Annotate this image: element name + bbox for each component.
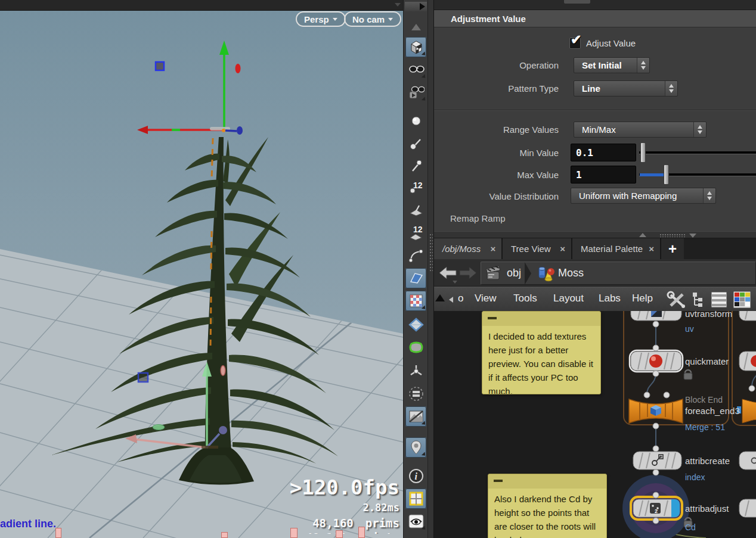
menu-item-layout[interactable]: Layout bbox=[553, 293, 584, 304]
value-distribution-dropdown[interactable]: Uniform with Remapping bbox=[571, 188, 716, 204]
expand-up-icon[interactable] bbox=[639, 233, 646, 237]
forward-arrow-icon[interactable] bbox=[460, 267, 476, 279]
node-name-label[interactable]: attribadjust bbox=[685, 503, 729, 514]
spinner-icon[interactable] bbox=[703, 188, 715, 203]
back-arrow-icon[interactable] bbox=[439, 267, 456, 279]
prim-unit: prims bbox=[365, 516, 399, 530]
spinner-icon[interactable] bbox=[693, 122, 706, 137]
menu-item-truncated[interactable]: o bbox=[458, 293, 463, 304]
node-uvtransform[interactable] bbox=[631, 311, 681, 321]
network-editor[interactable]: 2 bbox=[434, 311, 756, 538]
camera-menu-button[interactable]: No cam bbox=[344, 11, 401, 27]
view-menu-label: Persp bbox=[304, 14, 329, 24]
horizontal-splitter[interactable] bbox=[434, 231, 756, 238]
particle-display-button[interactable] bbox=[405, 361, 426, 381]
point-icon bbox=[409, 114, 423, 128]
fog-display-button[interactable] bbox=[405, 384, 426, 404]
tab-material-palette[interactable]: Material Palette × bbox=[572, 238, 661, 259]
flipbook-tool-button[interactable] bbox=[405, 82, 426, 102]
list-view-icon[interactable] bbox=[709, 291, 729, 309]
sticky-note[interactable]: I decided to add textures here just for … bbox=[482, 311, 601, 394]
max-value-slider-handle[interactable] bbox=[664, 164, 669, 185]
tree-outline-icon[interactable] bbox=[690, 291, 707, 309]
node-attribcreate[interactable] bbox=[633, 452, 681, 469]
min-value-slider-handle[interactable] bbox=[640, 142, 646, 163]
snapping-options-button[interactable] bbox=[405, 437, 426, 458]
node-attribadjust-selected[interactable]: 2 bbox=[622, 475, 689, 538]
shaded-mode-button[interactable] bbox=[405, 268, 426, 288]
tab-label: /obj/Moss bbox=[442, 244, 481, 254]
prim-numbers-button[interactable]: 12 bbox=[405, 223, 426, 243]
info-button[interactable]: i bbox=[405, 466, 426, 486]
operation-dropdown[interactable]: Set Initial bbox=[574, 57, 650, 73]
dashed-circle-icon bbox=[408, 385, 425, 402]
curve-hull-icon bbox=[408, 247, 425, 264]
sticky-note[interactable]: Also I darkend the Cd by height so the p… bbox=[488, 474, 607, 538]
visibility-button[interactable] bbox=[405, 511, 426, 531]
breadcrumb[interactable]: obj Moss bbox=[481, 262, 756, 285]
hull-display-button[interactable] bbox=[405, 245, 426, 266]
history-dropdown-icon[interactable] bbox=[453, 281, 457, 284]
strip-collapse-icon[interactable] bbox=[395, 3, 401, 7]
ghost-geometry-button[interactable] bbox=[405, 337, 426, 357]
scroll-up-button[interactable] bbox=[405, 17, 426, 37]
point-display-button[interactable] bbox=[405, 111, 426, 131]
tools-wrench-icon[interactable] bbox=[667, 291, 687, 309]
pattern-type-dropdown[interactable]: Line bbox=[574, 80, 678, 97]
svg-text:12: 12 bbox=[413, 225, 423, 234]
view-menu-button[interactable]: Persp bbox=[296, 11, 346, 27]
tab-obj-moss[interactable]: /obj/Moss × bbox=[434, 238, 503, 259]
breadcrumb-node[interactable]: Moss bbox=[558, 267, 584, 279]
menu-overflow-icon[interactable] bbox=[449, 297, 453, 303]
section-header[interactable]: Adjustment Value bbox=[434, 10, 756, 27]
xray-display-button[interactable] bbox=[405, 315, 426, 335]
propeller-icon bbox=[408, 363, 425, 380]
node-name-label[interactable]: quickmater bbox=[685, 356, 729, 366]
toolbar-expand-button[interactable] bbox=[405, 2, 427, 11]
close-icon[interactable]: × bbox=[560, 244, 565, 254]
prim-normals-button[interactable] bbox=[405, 200, 426, 220]
node-name-label[interactable]: foreach_end3 bbox=[685, 406, 740, 416]
minimize-icon[interactable] bbox=[488, 317, 497, 319]
node-name-label[interactable]: uvtransform bbox=[685, 311, 732, 319]
breadcrumb-context[interactable]: obj bbox=[507, 267, 521, 279]
spinner-icon[interactable] bbox=[637, 58, 649, 73]
pane-maximize-icon[interactable] bbox=[435, 294, 445, 301]
point-normals-button[interactable] bbox=[405, 133, 426, 154]
min-value-slider-track[interactable] bbox=[639, 151, 756, 154]
adjust-value-checkbox[interactable]: ✔ bbox=[569, 38, 581, 49]
uv-texture-button[interactable] bbox=[405, 291, 426, 311]
point-numbers-button[interactable]: 12 bbox=[405, 178, 426, 198]
node-name-label[interactable]: attribcreate bbox=[685, 456, 730, 466]
sticky-note-header bbox=[488, 474, 606, 489]
select-mode-button[interactable] bbox=[405, 37, 426, 57]
grid-display-button[interactable] bbox=[405, 489, 426, 509]
point-trails-button[interactable] bbox=[405, 156, 426, 176]
menu-item-labs[interactable]: Labs bbox=[599, 293, 621, 304]
close-icon[interactable]: × bbox=[490, 244, 495, 254]
geometry-node-icon bbox=[536, 264, 555, 283]
menu-item-tools[interactable]: Tools bbox=[513, 293, 537, 304]
expand-down-icon[interactable] bbox=[689, 234, 696, 238]
close-icon[interactable]: × bbox=[649, 244, 654, 254]
color-palette-icon[interactable] bbox=[732, 291, 751, 309]
performance-hud: >120.0fps 2.82ms 48,160 prims 48,160 poi… bbox=[290, 476, 399, 534]
node-flag-label: Block End bbox=[685, 395, 723, 405]
menu-item-view[interactable]: View bbox=[475, 293, 497, 304]
max-value-input[interactable] bbox=[571, 166, 636, 184]
menu-item-help[interactable]: Help bbox=[632, 293, 653, 304]
background-image-button[interactable] bbox=[405, 406, 426, 427]
scene-viewport[interactable]: Persp No cam >120.0fps 2.82ms 48,160 pri… bbox=[0, 0, 403, 538]
min-value-input[interactable] bbox=[571, 144, 636, 161]
eye-icon bbox=[408, 513, 425, 530]
spinner-icon[interactable] bbox=[665, 81, 677, 96]
transform-handle-top[interactable] bbox=[137, 41, 243, 135]
minimize-icon[interactable] bbox=[494, 480, 503, 482]
new-tab-button[interactable]: + bbox=[661, 238, 684, 259]
tab-tree-view[interactable]: Tree View × bbox=[503, 238, 572, 259]
node-quickmaterial[interactable] bbox=[630, 350, 683, 372]
range-values-dropdown[interactable]: Min/Max bbox=[574, 122, 707, 138]
view-tool-button[interactable] bbox=[405, 60, 426, 80]
pane-splitter[interactable] bbox=[427, 0, 434, 538]
pane-tab-bar: /obj/Moss × Tree View × Material Palette… bbox=[434, 238, 756, 259]
